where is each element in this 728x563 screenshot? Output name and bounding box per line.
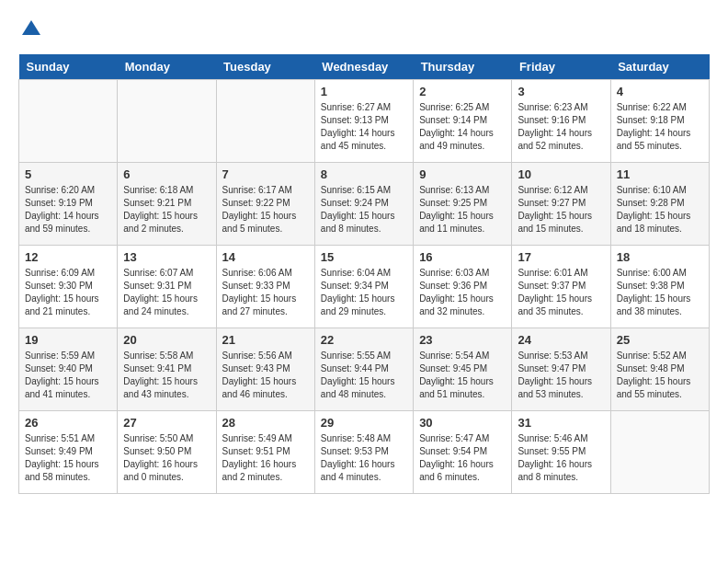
day-number: 3: [518, 85, 604, 98]
calendar-cell: 19Sunrise: 5:59 AM Sunset: 9:40 PM Dayli…: [19, 328, 118, 411]
calendar-cell: 13Sunrise: 6:07 AM Sunset: 9:31 PM Dayli…: [118, 246, 216, 328]
cell-content: Sunrise: 6:04 AM Sunset: 9:34 PM Dayligh…: [321, 267, 407, 318]
weekday-header-sunday: Sunday: [19, 54, 118, 80]
calendar-cell: 15Sunrise: 6:04 AM Sunset: 9:34 PM Dayli…: [314, 246, 413, 328]
calendar-cell: 20Sunrise: 5:58 AM Sunset: 9:41 PM Dayli…: [118, 328, 216, 411]
calendar-cell: [19, 80, 118, 163]
calendar-cell: 5Sunrise: 6:20 AM Sunset: 9:19 PM Daylig…: [19, 163, 118, 246]
cell-content: Sunrise: 5:53 AM Sunset: 9:47 PM Dayligh…: [518, 350, 604, 401]
cell-content: Sunrise: 5:51 AM Sunset: 9:49 PM Dayligh…: [25, 432, 111, 484]
cell-content: Sunrise: 5:52 AM Sunset: 9:48 PM Dayligh…: [617, 350, 703, 401]
cell-content: Sunrise: 6:17 AM Sunset: 9:22 PM Dayligh…: [222, 184, 309, 236]
calendar-cell: 6Sunrise: 6:18 AM Sunset: 9:21 PM Daylig…: [118, 163, 216, 246]
day-number: 5: [25, 167, 111, 181]
cell-content: Sunrise: 6:23 AM Sunset: 9:16 PM Dayligh…: [518, 101, 604, 153]
calendar-cell: 18Sunrise: 6:00 AM Sunset: 9:38 PM Dayli…: [610, 246, 709, 328]
day-number: 24: [518, 333, 604, 347]
calendar-cell: 9Sunrise: 6:13 AM Sunset: 9:25 PM Daylig…: [414, 163, 512, 246]
calendar-cell: 2Sunrise: 6:25 AM Sunset: 9:14 PM Daylig…: [414, 80, 512, 163]
calendar-cell: 21Sunrise: 5:56 AM Sunset: 9:43 PM Dayli…: [216, 328, 314, 411]
weekday-header-thursday: Thursday: [414, 54, 512, 80]
calendar-cell: 4Sunrise: 6:22 AM Sunset: 9:18 PM Daylig…: [610, 80, 709, 163]
day-number: 31: [518, 416, 604, 430]
cell-content: Sunrise: 5:49 AM Sunset: 9:51 PM Dayligh…: [222, 432, 309, 484]
calendar-cell: 23Sunrise: 5:54 AM Sunset: 9:45 PM Dayli…: [414, 328, 512, 411]
cell-content: Sunrise: 6:20 AM Sunset: 9:19 PM Dayligh…: [25, 184, 111, 236]
calendar-cell: 16Sunrise: 6:03 AM Sunset: 9:36 PM Dayli…: [414, 246, 512, 328]
calendar-cell: 28Sunrise: 5:49 AM Sunset: 9:51 PM Dayli…: [216, 411, 314, 494]
day-number: 12: [25, 250, 111, 264]
calendar-table: SundayMondayTuesdayWednesdayThursdayFrid…: [18, 54, 710, 494]
cell-content: Sunrise: 6:09 AM Sunset: 9:30 PM Dayligh…: [25, 267, 111, 318]
cell-content: Sunrise: 6:00 AM Sunset: 9:38 PM Dayligh…: [617, 267, 703, 318]
calendar-week-1: 1Sunrise: 6:27 AM Sunset: 9:13 PM Daylig…: [19, 80, 710, 163]
cell-content: Sunrise: 6:13 AM Sunset: 9:25 PM Dayligh…: [419, 184, 506, 236]
cell-content: Sunrise: 6:03 AM Sunset: 9:36 PM Dayligh…: [419, 267, 506, 318]
calendar-week-4: 19Sunrise: 5:59 AM Sunset: 9:40 PM Dayli…: [19, 328, 710, 411]
day-number: 27: [123, 416, 210, 430]
cell-content: Sunrise: 5:46 AM Sunset: 9:55 PM Dayligh…: [518, 432, 604, 484]
day-number: 26: [25, 416, 111, 430]
calendar-cell: [216, 80, 314, 163]
cell-content: Sunrise: 6:18 AM Sunset: 9:21 PM Dayligh…: [123, 184, 210, 236]
cell-content: Sunrise: 6:25 AM Sunset: 9:14 PM Dayligh…: [419, 101, 506, 153]
weekday-header-tuesday: Tuesday: [216, 54, 314, 80]
day-number: 15: [321, 250, 407, 264]
day-number: 10: [518, 167, 604, 181]
cell-content: Sunrise: 5:58 AM Sunset: 9:41 PM Dayligh…: [123, 350, 210, 401]
calendar-cell: 27Sunrise: 5:50 AM Sunset: 9:50 PM Dayli…: [118, 411, 216, 494]
calendar-cell: 24Sunrise: 5:53 AM Sunset: 9:47 PM Dayli…: [512, 328, 610, 411]
weekday-header-saturday: Saturday: [610, 54, 709, 80]
calendar-cell: 25Sunrise: 5:52 AM Sunset: 9:48 PM Dayli…: [610, 328, 709, 411]
day-number: 23: [419, 333, 506, 347]
cell-content: Sunrise: 5:47 AM Sunset: 9:54 PM Dayligh…: [419, 432, 506, 484]
day-number: 9: [419, 167, 506, 181]
cell-content: Sunrise: 5:59 AM Sunset: 9:40 PM Dayligh…: [25, 350, 111, 401]
cell-content: Sunrise: 6:06 AM Sunset: 9:33 PM Dayligh…: [222, 267, 309, 318]
cell-content: Sunrise: 5:56 AM Sunset: 9:43 PM Dayligh…: [222, 350, 309, 401]
calendar-cell: 26Sunrise: 5:51 AM Sunset: 9:49 PM Dayli…: [19, 411, 118, 494]
day-number: 14: [222, 250, 309, 264]
day-number: 28: [222, 416, 309, 430]
calendar-week-2: 5Sunrise: 6:20 AM Sunset: 9:19 PM Daylig…: [19, 163, 710, 246]
day-number: 6: [123, 167, 210, 181]
calendar-week-3: 12Sunrise: 6:09 AM Sunset: 9:30 PM Dayli…: [19, 246, 710, 328]
calendar-cell: 7Sunrise: 6:17 AM Sunset: 9:22 PM Daylig…: [216, 163, 314, 246]
day-number: 19: [25, 333, 111, 347]
calendar-cell: 17Sunrise: 6:01 AM Sunset: 9:37 PM Dayli…: [512, 246, 610, 328]
day-number: 1: [321, 85, 407, 98]
svg-marker-0: [22, 20, 40, 35]
calendar-cell: 31Sunrise: 5:46 AM Sunset: 9:55 PM Dayli…: [512, 411, 610, 494]
calendar-cell: 10Sunrise: 6:12 AM Sunset: 9:27 PM Dayli…: [512, 163, 610, 246]
page-header: [18, 18, 710, 45]
cell-content: Sunrise: 5:54 AM Sunset: 9:45 PM Dayligh…: [419, 350, 506, 401]
cell-content: Sunrise: 6:12 AM Sunset: 9:27 PM Dayligh…: [518, 184, 604, 236]
calendar-cell: 14Sunrise: 6:06 AM Sunset: 9:33 PM Dayli…: [216, 246, 314, 328]
weekday-header-friday: Friday: [512, 54, 610, 80]
cell-content: Sunrise: 6:01 AM Sunset: 9:37 PM Dayligh…: [518, 267, 604, 318]
calendar-cell: 22Sunrise: 5:55 AM Sunset: 9:44 PM Dayli…: [314, 328, 413, 411]
cell-content: Sunrise: 5:55 AM Sunset: 9:44 PM Dayligh…: [321, 350, 407, 401]
day-number: 20: [123, 333, 210, 347]
day-number: 21: [222, 333, 309, 347]
cell-content: Sunrise: 6:15 AM Sunset: 9:24 PM Dayligh…: [321, 184, 407, 236]
calendar-cell: 29Sunrise: 5:48 AM Sunset: 9:53 PM Dayli…: [314, 411, 413, 494]
day-number: 30: [419, 416, 506, 430]
day-number: 29: [321, 416, 407, 430]
day-number: 18: [617, 250, 703, 264]
logo-icon: [20, 18, 42, 40]
cell-content: Sunrise: 6:10 AM Sunset: 9:28 PM Dayligh…: [617, 184, 703, 236]
calendar-cell: 8Sunrise: 6:15 AM Sunset: 9:24 PM Daylig…: [314, 163, 413, 246]
calendar-cell: 1Sunrise: 6:27 AM Sunset: 9:13 PM Daylig…: [314, 80, 413, 163]
day-number: 16: [419, 250, 506, 264]
day-number: 25: [617, 333, 703, 347]
day-number: 4: [617, 85, 703, 98]
calendar-cell: 30Sunrise: 5:47 AM Sunset: 9:54 PM Dayli…: [414, 411, 512, 494]
cell-content: Sunrise: 6:07 AM Sunset: 9:31 PM Dayligh…: [123, 267, 210, 318]
cell-content: Sunrise: 5:50 AM Sunset: 9:50 PM Dayligh…: [123, 432, 210, 484]
day-number: 22: [321, 333, 407, 347]
day-number: 2: [419, 85, 506, 98]
calendar-cell: [610, 411, 709, 494]
logo: [18, 18, 42, 45]
day-number: 11: [617, 167, 703, 181]
